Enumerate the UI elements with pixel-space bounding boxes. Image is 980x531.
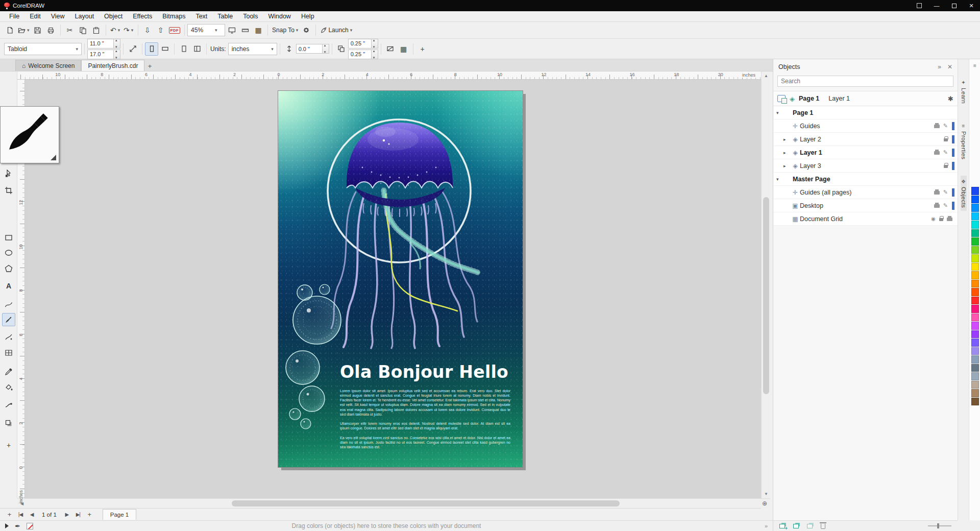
layer-name[interactable]: Layer 2 — [800, 136, 944, 143]
menu-item[interactable]: View — [46, 12, 70, 21]
poster-title[interactable]: Ola Bonjour Hello — [340, 364, 510, 381]
next-page-button[interactable]: ▶ — [62, 510, 72, 520]
page-size-select[interactable]: Tabloid▾ — [4, 43, 82, 55]
layer-row[interactable]: ▦ Document Grid ◉ — [773, 212, 958, 226]
drop-shadow-tool-button[interactable] — [2, 417, 15, 430]
color-swatch[interactable] — [971, 246, 979, 254]
last-page-button[interactable]: ▶| — [73, 510, 83, 520]
graph-paper-tool-button[interactable] — [2, 346, 15, 359]
expander-icon[interactable]: ▾ — [776, 110, 783, 115]
layer-row[interactable]: ✛ Guides ✎ — [773, 119, 958, 133]
duplicate-y-steppers[interactable] — [372, 50, 378, 59]
editable-pencil-icon[interactable]: ✎ — [943, 189, 948, 196]
copy-button[interactable] — [77, 23, 90, 37]
cut-button[interactable]: ✂ — [63, 23, 77, 37]
color-swatch[interactable] — [971, 196, 979, 204]
new-tab-button[interactable]: + — [144, 61, 155, 71]
whats-new-button[interactable] — [911, 0, 928, 11]
layer-row[interactable]: ▾ Page 1 — [773, 106, 958, 119]
color-swatch[interactable] — [971, 355, 979, 364]
menu-item[interactable]: Table — [212, 12, 238, 21]
layer-name[interactable]: Document Grid — [800, 215, 931, 223]
scroll-up-button[interactable]: ▲ — [762, 71, 771, 80]
fullscreen-preview-button[interactable] — [225, 23, 238, 37]
paste-button[interactable] — [90, 23, 103, 37]
page-tab[interactable]: Page 1 — [103, 509, 136, 520]
outline-color-swatch[interactable] — [27, 523, 33, 529]
expander-icon[interactable]: ▸ — [783, 137, 791, 142]
horizontal-ruler[interactable]: 10864202468101214161820 — [17, 71, 761, 80]
printable-icon[interactable] — [947, 218, 952, 221]
active-layer-row[interactable]: ◈ Page 1 Layer 1 ✱ — [773, 91, 958, 106]
publish-pdf-button[interactable]: PDF — [167, 23, 182, 37]
color-swatch[interactable] — [971, 381, 979, 389]
search-input[interactable] — [778, 78, 953, 85]
show-rulers-button[interactable] — [238, 23, 252, 37]
rectangle-tool-button[interactable] — [2, 231, 15, 244]
layer-row[interactable]: ▸ ◈ Layer 3 — [773, 159, 958, 173]
save-button[interactable] — [31, 23, 44, 37]
color-swatch[interactable] — [971, 237, 979, 246]
menu-item[interactable]: Text — [190, 12, 212, 21]
units-select[interactable]: inches▾ — [228, 43, 277, 55]
tab-welcome-screen[interactable]: ⌂Welcome Screen — [15, 60, 81, 71]
ellipse-tool-button[interactable] — [2, 246, 15, 259]
layer-color-bar[interactable] — [952, 122, 954, 130]
drawing-canvas[interactable]: Ola Bonjour Hello Lorem ipsum dolor sit … — [25, 80, 761, 498]
menu-item[interactable]: Layout — [70, 12, 100, 21]
print-button[interactable] — [44, 23, 58, 37]
horizontal-scroll-thumb[interactable] — [232, 500, 620, 506]
launch-button[interactable]: Launch▾ — [318, 23, 354, 37]
layer-row[interactable]: ▾ Master Page — [773, 173, 958, 186]
color-swatch[interactable] — [971, 330, 979, 339]
snap-to-button[interactable]: Snap To▾ — [271, 23, 300, 37]
menu-item[interactable]: Bitmaps — [157, 12, 190, 21]
menu-item[interactable]: File — [4, 12, 24, 21]
poster-paragraph[interactable]: Ea vero elit voluptat lorem zzril sanctu… — [340, 436, 510, 450]
thumbnail-size-slider[interactable] — [928, 525, 951, 526]
duplicate-y-field[interactable] — [348, 50, 372, 59]
color-swatch[interactable] — [971, 271, 979, 279]
menu-item[interactable]: Tools — [238, 12, 263, 21]
nudge-steppers[interactable] — [323, 44, 329, 54]
page-height-field[interactable] — [87, 50, 114, 59]
vertical-scrollbar[interactable]: ▲ ▼ — [761, 71, 770, 498]
document-grid-setup-button[interactable]: ▦ — [397, 42, 410, 56]
expander-icon[interactable]: ▸ — [783, 150, 791, 155]
zoom-level-input[interactable] — [191, 27, 214, 34]
page-height-steppers[interactable] — [114, 50, 120, 59]
treat-as-filled-button[interactable] — [384, 42, 397, 56]
color-swatch[interactable] — [971, 305, 979, 313]
color-swatch[interactable] — [971, 389, 979, 397]
show-grid-button[interactable]: ▦ — [252, 23, 265, 37]
layer-name[interactable]: Layer 1 — [800, 149, 934, 156]
previous-page-button[interactable]: ◀ — [27, 510, 37, 520]
interactive-fill-tool-button[interactable] — [2, 380, 15, 394]
redo-button[interactable]: ↷▾ — [122, 23, 135, 37]
color-swatch[interactable] — [971, 288, 979, 296]
page-width-field[interactable] — [87, 39, 114, 49]
color-swatch[interactable] — [971, 254, 979, 262]
layer-name[interactable]: Layer 3 — [800, 162, 944, 170]
layer-color-bar[interactable] — [952, 202, 954, 210]
new-master-layer-all-pages-button[interactable] — [807, 524, 813, 528]
text-tool-button[interactable]: A — [2, 279, 15, 293]
color-swatch[interactable] — [971, 204, 979, 212]
palette-options-button[interactable]: ≡ — [969, 61, 980, 69]
minimize-button[interactable]: — — [928, 0, 945, 11]
layer-name[interactable]: Master Page — [793, 176, 952, 183]
poster-paragraph[interactable]: Ullamcorper elitr lorem nonumy eros eos … — [340, 421, 510, 430]
lock-icon[interactable] — [944, 165, 948, 168]
docker-tab[interactable]: ✦ Learn — [961, 77, 967, 107]
menu-item[interactable]: Edit — [24, 12, 46, 21]
zoom-level-select[interactable]: ▾ — [187, 24, 225, 36]
portrait-button[interactable] — [145, 42, 158, 56]
menu-item[interactable]: Effects — [128, 12, 157, 21]
eyedropper-tool-button[interactable] — [2, 365, 15, 378]
zoom-tool-button[interactable]: ⊕ — [759, 499, 770, 509]
editable-pencil-icon[interactable]: ✎ — [943, 202, 948, 209]
undo-button[interactable]: ↶▾ — [109, 23, 122, 37]
layer-color-bar[interactable] — [952, 149, 954, 157]
search-box[interactable] — [777, 76, 953, 87]
layer-row[interactable]: ▸ ◈ Layer 2 — [773, 133, 958, 146]
